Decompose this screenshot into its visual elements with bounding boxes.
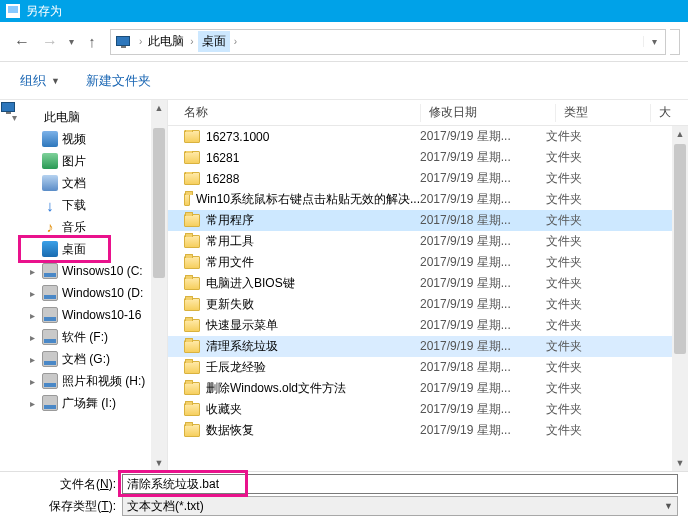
breadcrumb-leaf[interactable]: 桌面 xyxy=(198,31,230,52)
window-icon xyxy=(6,4,20,18)
tree-item[interactable]: 图片 xyxy=(0,150,167,172)
file-date: 2017/9/19 星期... xyxy=(420,380,546,397)
organize-button[interactable]: 组织 ▼ xyxy=(14,68,66,94)
chevron-down-icon: ▼ xyxy=(51,76,60,86)
tree-item[interactable]: 视频 xyxy=(0,128,167,150)
scroll-up-icon[interactable]: ▲ xyxy=(672,126,688,142)
expander-icon[interactable]: ▸ xyxy=(26,332,38,343)
list-scrollbar[interactable]: ▲ ▼ xyxy=(672,126,688,471)
file-type: 文件夹 xyxy=(546,338,632,355)
organize-label: 组织 xyxy=(20,72,46,90)
folder-icon xyxy=(184,277,200,290)
scroll-up-icon[interactable]: ▲ xyxy=(151,100,167,116)
file-date: 2017/9/19 星期... xyxy=(420,338,546,355)
file-type: 文件夹 xyxy=(546,359,632,376)
tree-item[interactable]: ▸Winsows10 (C: xyxy=(0,260,167,282)
file-list: 名称 修改日期 类型 大 16273.10002017/9/19 星期...文件… xyxy=(168,100,688,471)
file-type: 文件夹 xyxy=(546,233,632,250)
file-name: 16281 xyxy=(206,151,239,165)
content-area: ▾此电脑视频图片文档↓下载♪音乐桌面▸Winsows10 (C:▸Windows… xyxy=(0,100,688,472)
table-row[interactable]: 162882017/9/19 星期...文件夹 xyxy=(168,168,688,189)
file-name: 电脑进入BIOS键 xyxy=(206,275,295,292)
folder-icon xyxy=(184,403,200,416)
tree-scroll-thumb[interactable] xyxy=(153,128,165,278)
file-type: 文件夹 xyxy=(546,149,632,166)
folder-icon xyxy=(184,130,200,143)
new-folder-label: 新建文件夹 xyxy=(86,72,151,90)
folder-icon xyxy=(184,382,200,395)
forward-button[interactable]: → xyxy=(36,28,64,56)
scroll-down-icon[interactable]: ▼ xyxy=(151,455,167,471)
column-date[interactable]: 修改日期 xyxy=(429,104,555,121)
tree-item[interactable]: ↓下载 xyxy=(0,194,167,216)
history-dropdown-icon[interactable]: ▾ xyxy=(64,36,78,47)
expander-icon[interactable]: ▸ xyxy=(26,266,38,277)
tree-item-label: 视频 xyxy=(62,131,86,148)
tree-item[interactable]: 桌面 xyxy=(0,238,167,260)
filetype-select[interactable]: 文本文档(*.txt) ▼ xyxy=(122,496,678,516)
table-row[interactable]: Win10系统鼠标右键点击粘贴无效的解决...2017/9/19 星期...文件… xyxy=(168,189,688,210)
tree-item[interactable]: ▸Windows10-16 xyxy=(0,304,167,326)
table-row[interactable]: 壬辰龙经验2017/9/18 星期...文件夹 xyxy=(168,357,688,378)
table-row[interactable]: 快速显示菜单2017/9/19 星期...文件夹 xyxy=(168,315,688,336)
column-type[interactable]: 类型 xyxy=(564,104,650,121)
tree-item[interactable]: ▸文档 (G:) xyxy=(0,348,167,370)
tree-item[interactable]: ▾此电脑 xyxy=(0,106,167,128)
search-input[interactable] xyxy=(670,29,680,55)
new-folder-button[interactable]: 新建文件夹 xyxy=(80,68,157,94)
file-type: 文件夹 xyxy=(546,128,632,145)
filename-input[interactable] xyxy=(122,474,678,494)
file-date: 2017/9/19 星期... xyxy=(420,191,546,208)
folder-icon xyxy=(184,298,200,311)
up-button[interactable]: ↑ xyxy=(78,28,106,56)
command-bar: 组织 ▼ 新建文件夹 xyxy=(0,62,688,100)
table-row[interactable]: 常用程序2017/9/18 星期...文件夹 xyxy=(168,210,688,231)
list-body[interactable]: 16273.10002017/9/19 星期...文件夹162812017/9/… xyxy=(168,126,688,471)
file-name: 删除Windows.old文件方法 xyxy=(206,380,346,397)
footer: 文件名(N): 保存类型(T): 文本文档(*.txt) ▼ xyxy=(0,472,688,516)
title-bar: 另存为 xyxy=(0,0,688,22)
tree-item[interactable]: ▸广场舞 (I:) xyxy=(0,392,167,414)
file-name: 常用程序 xyxy=(206,212,254,229)
table-row[interactable]: 16273.10002017/9/19 星期...文件夹 xyxy=(168,126,688,147)
back-button[interactable]: ← xyxy=(8,28,36,56)
file-name: 快速显示菜单 xyxy=(206,317,278,334)
table-row[interactable]: 更新失败2017/9/19 星期...文件夹 xyxy=(168,294,688,315)
breadcrumb-root[interactable]: 此电脑 xyxy=(146,33,186,50)
table-row[interactable]: 常用文件2017/9/19 星期...文件夹 xyxy=(168,252,688,273)
table-row[interactable]: 清理系统垃圾2017/9/19 星期...文件夹 xyxy=(168,336,688,357)
column-size[interactable]: 大 xyxy=(659,104,672,121)
breadcrumb-dropdown-icon[interactable]: ▾ xyxy=(643,36,665,47)
tree-item[interactable]: 文档 xyxy=(0,172,167,194)
table-row[interactable]: 常用工具2017/9/19 星期...文件夹 xyxy=(168,231,688,252)
tree-item[interactable]: ▸Windows10 (D: xyxy=(0,282,167,304)
folder-tree[interactable]: ▾此电脑视频图片文档↓下载♪音乐桌面▸Winsows10 (C:▸Windows… xyxy=(0,100,168,471)
tree-item[interactable]: ▸软件 (F:) xyxy=(0,326,167,348)
list-scroll-thumb[interactable] xyxy=(674,144,686,354)
expander-icon[interactable]: ▸ xyxy=(26,288,38,299)
tree-item[interactable]: ▸照片和视频 (H:) xyxy=(0,370,167,392)
tree-scrollbar[interactable]: ▲ ▼ xyxy=(151,100,167,471)
expander-icon[interactable]: ▸ xyxy=(26,398,38,409)
file-date: 2017/9/18 星期... xyxy=(420,359,546,376)
table-row[interactable]: 数据恢复2017/9/19 星期...文件夹 xyxy=(168,420,688,441)
table-row[interactable]: 收藏夹2017/9/19 星期...文件夹 xyxy=(168,399,688,420)
tree-item[interactable]: ♪音乐 xyxy=(0,216,167,238)
file-type: 文件夹 xyxy=(546,422,632,439)
table-row[interactable]: 162812017/9/19 星期...文件夹 xyxy=(168,147,688,168)
file-name: Win10系统鼠标右键点击粘贴无效的解决... xyxy=(196,191,420,208)
table-row[interactable]: 删除Windows.old文件方法2017/9/19 星期...文件夹 xyxy=(168,378,688,399)
expander-icon[interactable]: ▸ xyxy=(26,310,38,321)
chevron-right-icon[interactable]: › xyxy=(135,36,146,47)
expander-icon[interactable]: ▸ xyxy=(26,354,38,365)
table-row[interactable]: 电脑进入BIOS键2017/9/19 星期...文件夹 xyxy=(168,273,688,294)
scroll-down-icon[interactable]: ▼ xyxy=(672,455,688,471)
expander-icon[interactable]: ▸ xyxy=(26,376,38,387)
chevron-right-icon[interactable]: › xyxy=(230,36,241,47)
chevron-right-icon[interactable]: › xyxy=(186,36,197,47)
tree-item-label: 此电脑 xyxy=(44,109,80,126)
file-date: 2017/9/19 星期... xyxy=(420,422,546,439)
file-type: 文件夹 xyxy=(546,317,632,334)
column-name[interactable]: 名称 xyxy=(168,104,420,121)
breadcrumb[interactable]: › 此电脑 › 桌面 › ▾ xyxy=(110,29,666,55)
